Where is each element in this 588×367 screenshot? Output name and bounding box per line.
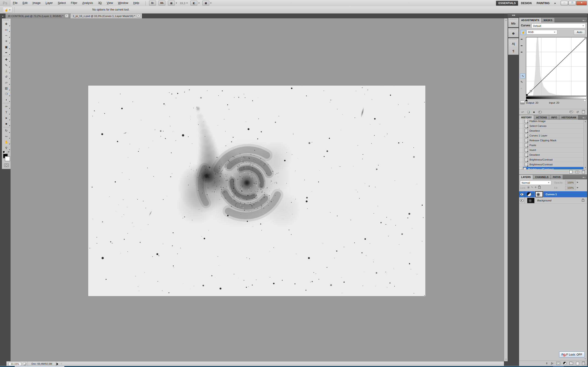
tools-grip[interactable] — [3, 19, 9, 21]
path-selection-tool[interactable]: ➤ — [2, 115, 10, 121]
close-tab-icon[interactable]: ✕ — [65, 14, 69, 18]
history-source-well[interactable] — [519, 138, 523, 143]
history-state[interactable]: Invert — [519, 148, 584, 152]
mini-bridge-panel-icon[interactable]: Mb — [508, 20, 519, 27]
rectangular-marquee-tool[interactable]: ▭ — [2, 27, 10, 33]
scroll-up-icon[interactable]: ▲ — [504, 19, 508, 21]
pen-tool[interactable]: ✑ — [2, 104, 10, 109]
clip-to-layer-icon[interactable]: ● — [533, 110, 535, 114]
spot-healing-brush-tool[interactable]: ✚ — [2, 57, 10, 62]
fill-field[interactable]: 100% — [565, 186, 576, 190]
panel-scroll-chevron-icon[interactable]: ▼ — [584, 358, 586, 360]
menu-filter[interactable]: Filter — [69, 0, 80, 6]
swap-colors-icon[interactable]: ⇄ — [8, 151, 9, 153]
menu-select[interactable]: Select — [55, 0, 69, 6]
background-color-swatch[interactable] — [5, 156, 10, 161]
new-layer-icon[interactable] — [576, 362, 579, 365]
reset-adjustment-icon[interactable]: ↺ — [576, 110, 579, 114]
menu-help[interactable]: Help — [131, 0, 142, 6]
hscroll-left-icon[interactable]: < — [61, 361, 62, 366]
history-source-well[interactable] — [519, 143, 523, 148]
history-state[interactable]: Paste — [519, 143, 584, 148]
tab-overflow-button[interactable]: » — [0, 15, 6, 18]
hand-tool[interactable]: ✋ — [2, 139, 10, 145]
history-state[interactable]: Release Clipping Mask — [519, 138, 584, 143]
menu-3d[interactable]: 3D — [95, 0, 104, 6]
history-source-well[interactable] — [519, 152, 523, 157]
opacity-stepper-icon[interactable]: ▶ — [577, 181, 578, 183]
menu-image[interactable]: Image — [30, 0, 43, 6]
f-lock-overlay-button[interactable]: F F Lock: OFF — [559, 351, 585, 358]
history-source-well[interactable] — [519, 162, 523, 167]
arrange-documents-button[interactable]: ◧▼ — [190, 1, 200, 6]
brush-tool[interactable]: ✎ — [2, 62, 10, 68]
menu-analysis[interactable]: Analysis — [80, 0, 95, 6]
history-state[interactable]: Brightness/Contrast — [519, 167, 584, 169]
paragraph-panel-icon[interactable]: ¶ — [508, 47, 519, 55]
adjustment-layer-thumbnail[interactable] — [527, 192, 531, 197]
document-canvas-area[interactable] — [10, 18, 504, 361]
add-layer-mask-icon[interactable] — [556, 362, 560, 365]
expanded-view-icon[interactable]: ❏ — [527, 110, 530, 114]
curve-smooth-icon[interactable]: ≈ — [520, 87, 522, 90]
adjustments-tab-masks[interactable]: MASKS — [542, 18, 555, 23]
launch-mini-bridge-button[interactable]: Mb — [158, 1, 165, 6]
layers-tab-channels[interactable]: CHANNELS — [533, 175, 551, 179]
crop-tool[interactable]: ▣ — [2, 44, 10, 50]
opacity-field[interactable]: 100% — [565, 181, 576, 185]
panel-menu-icon[interactable]: ▼≡ — [582, 19, 587, 23]
history-source-well[interactable] — [519, 133, 523, 138]
history-state[interactable]: Deselect — [519, 152, 584, 157]
grip-handle[interactable] — [0, 7, 2, 12]
delete-state-icon[interactable] — [582, 170, 585, 174]
workspace-painting[interactable]: PAINTING — [534, 1, 552, 6]
white-point-eyedropper-icon[interactable]: ✒ — [520, 50, 523, 54]
auto-button[interactable]: Auto — [574, 30, 585, 35]
navigator-panel-icon[interactable]: ☸ — [508, 30, 519, 37]
dock-drag-bar[interactable] — [519, 13, 587, 17]
lock-pixels-icon[interactable]: ✎ — [531, 186, 533, 189]
default-colors-icon[interactable] — [3, 151, 5, 153]
history-state[interactable]: Brightness/Contrast — [519, 157, 584, 162]
shape-tool[interactable]: ■ — [2, 121, 10, 127]
panel-menu-icon[interactable]: ▼≡ — [582, 176, 587, 179]
targeted-adjustment-tool-button[interactable]: ☝ ▼ — [3, 7, 12, 13]
eraser-tool[interactable]: ▱ — [2, 80, 10, 85]
panel-menu-icon[interactable]: ▼≡ — [582, 117, 587, 120]
move-tool[interactable]: ✥ — [2, 21, 10, 27]
menu-layer[interactable]: Layer — [43, 0, 55, 6]
visibility-well[interactable] — [519, 191, 525, 197]
layer-style-icon[interactable]: fx — [551, 362, 553, 365]
launch-bridge-button[interactable]: Br — [149, 1, 156, 6]
history-tab-history[interactable]: HISTORY — [519, 115, 534, 120]
return-to-adjustment-list-icon[interactable]: ↩ — [521, 110, 524, 114]
dodge-tool[interactable]: ◖ — [2, 97, 10, 102]
resize-grip-icon[interactable] — [585, 364, 587, 365]
adjustments-tab-adjustments[interactable]: ADJUSTMENTS — [519, 18, 542, 23]
workspace-overflow-icon[interactable]: » — [552, 1, 558, 5]
scroll-down-icon[interactable]: ▼ — [584, 167, 587, 169]
visibility-eye-icon[interactable] — [538, 111, 542, 113]
minimize-button[interactable]: — — [561, 1, 568, 5]
history-scrollbar[interactable]: ▲ ▼ — [583, 120, 587, 169]
scroll-down-icon[interactable]: ▼ — [504, 358, 508, 360]
history-tab-info[interactable]: INFO — [549, 115, 559, 120]
history-state[interactable]: Brightness/Contrast — [519, 162, 584, 167]
history-brush-tool[interactable]: ↺ — [2, 74, 10, 80]
layer-thumbnail[interactable] — [527, 198, 535, 203]
zoom-tool[interactable]: ⚲ — [2, 145, 10, 151]
visibility-well[interactable] — [519, 198, 525, 203]
link-layers-icon[interactable]: ∞ — [545, 362, 549, 365]
history-state[interactable]: Curves 1 Layer — [519, 133, 584, 138]
restore-button[interactable]: ❐ — [569, 1, 576, 5]
curves-graph[interactable] — [526, 37, 587, 96]
history-tab-actions[interactable]: ACTIONS — [534, 115, 549, 120]
type-tool[interactable]: T — [2, 109, 10, 115]
white-input-slider[interactable] — [583, 99, 586, 101]
history-state[interactable]: Select Canvas — [519, 124, 584, 128]
clone-stamp-tool[interactable]: ⊥ — [2, 68, 10, 74]
new-snapshot-icon[interactable] — [575, 171, 579, 173]
close-tab-icon[interactable]: ✕ — [137, 14, 140, 18]
quick-mask-button[interactable] — [4, 164, 9, 167]
history-source-well[interactable] — [519, 157, 523, 162]
